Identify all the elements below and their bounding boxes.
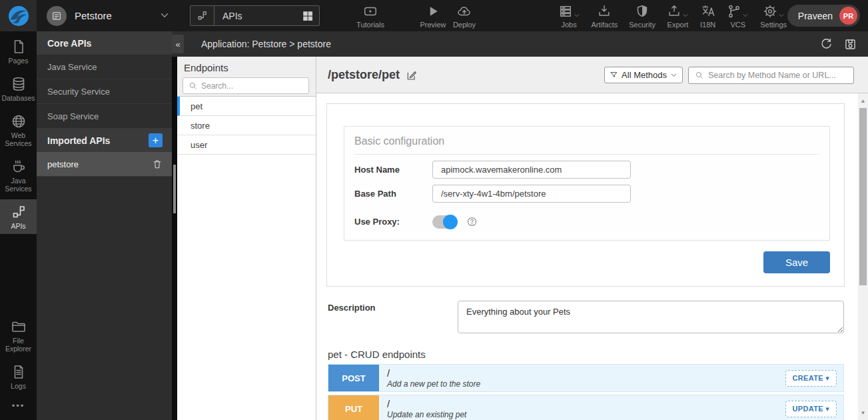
wavemaker-studio: Petstore APIs Tutorials xyxy=(0,0,868,420)
deploy-button[interactable]: Deploy xyxy=(448,4,481,29)
preview-label: Preview xyxy=(420,21,446,29)
main-area: /petstore/pet All Methods xyxy=(316,57,868,420)
endpoint-description: Add a new pet to the store xyxy=(387,379,785,389)
rail-item-logs[interactable]: Logs xyxy=(0,359,37,394)
project-chevron-down-icon[interactable] xyxy=(159,9,171,21)
refresh-button[interactable] xyxy=(819,37,833,51)
settings-button[interactable]: Settings xyxy=(760,4,787,29)
endpoints-search-input[interactable] xyxy=(201,81,288,91)
deploy-label: Deploy xyxy=(453,21,476,29)
host-name-field[interactable] xyxy=(432,161,631,179)
sidebar-item-security-service[interactable]: Security Service xyxy=(37,79,172,104)
sidebar-item-soap-service[interactable]: Soap Service xyxy=(37,104,172,129)
endpoint-item-pet[interactable]: pet xyxy=(177,97,316,116)
host-name-label: Host Name xyxy=(354,165,432,175)
vcs-label: VCS xyxy=(730,21,745,29)
rail-overflow-button[interactable]: ••• xyxy=(0,394,37,420)
crud-section-title: pet - CRUD endpoints xyxy=(328,349,426,360)
vcs-button[interactable]: VCS xyxy=(727,4,749,29)
scroll-down-arrow[interactable]: ▼ xyxy=(858,408,868,417)
rail-item-apis[interactable]: APIs xyxy=(0,199,37,234)
main-scrollbar[interactable]: ▲ ▼ xyxy=(858,93,868,420)
rail-item-web-services[interactable]: Web Services xyxy=(0,109,37,151)
endpoints-search[interactable] xyxy=(183,77,309,94)
user-menu[interactable]: Praveen PR xyxy=(787,5,860,27)
endpoint-row-post[interactable]: POST / Add a new pet to the store CREATE… xyxy=(328,364,844,392)
petstore-label: petstore xyxy=(47,159,79,169)
add-api-button[interactable]: + xyxy=(149,133,163,147)
endpoint-description: Update an existing pet xyxy=(387,410,785,419)
endpoints-title: Endpoints xyxy=(184,62,309,73)
refresh-icon xyxy=(819,37,833,51)
rail-item-file-explorer[interactable]: File Explorer xyxy=(0,314,37,357)
endpoints-panel: Endpoints pet store user xyxy=(177,57,316,420)
imported-apis-header: Imported APIs + xyxy=(37,129,172,152)
rail-label: Logs xyxy=(11,382,26,390)
description-label: Description xyxy=(328,303,376,313)
save-button[interactable]: Save xyxy=(763,251,830,273)
export-upload-icon xyxy=(667,4,681,19)
create-action-button[interactable]: CREATE ▾ xyxy=(785,370,837,387)
tutorials-label: Tutorials xyxy=(356,21,384,29)
update-action-button[interactable]: UPDATE ▾ xyxy=(785,401,837,417)
endpoint-item-store[interactable]: store xyxy=(177,116,316,135)
apis-node-icon xyxy=(11,204,27,220)
endpoint-item-user[interactable]: user xyxy=(177,135,316,155)
toolbar-tools: Jobs Artifacts Security xyxy=(558,4,787,29)
config-card: Basic configuration Host Name Base Path … xyxy=(326,103,845,287)
export-button[interactable]: Export xyxy=(667,4,689,29)
top-bar: Petstore APIs Tutorials xyxy=(0,0,868,31)
save-project-button[interactable] xyxy=(843,37,857,51)
imported-apis-title: Imported APIs xyxy=(47,135,110,146)
preview-button[interactable]: Preview xyxy=(418,4,448,29)
security-label: Security xyxy=(629,21,655,29)
collapse-sidebar-button[interactable]: « xyxy=(172,35,184,53)
jobs-button[interactable]: Jobs xyxy=(558,4,580,29)
rail-item-java-services[interactable]: Java Services xyxy=(0,154,37,197)
rail-item-pages[interactable]: Pages xyxy=(0,34,37,69)
i18n-button[interactable]: I18N xyxy=(700,4,715,29)
base-path-field[interactable] xyxy=(432,185,631,203)
rail-item-databases[interactable]: Databases xyxy=(0,71,37,106)
project-switcher[interactable]: Petstore xyxy=(47,0,112,31)
jobs-label: Jobs xyxy=(561,21,576,29)
methods-filter-select[interactable]: All Methods xyxy=(604,67,683,83)
sidebar-item-java-service[interactable]: Java Service xyxy=(37,55,172,79)
module-selector-label: APIs xyxy=(215,11,302,21)
core-apis-header: Core APIs xyxy=(37,31,172,55)
security-button[interactable]: Security xyxy=(629,4,655,29)
use-proxy-toggle[interactable] xyxy=(432,215,457,229)
sidebar-scrollbar[interactable] xyxy=(172,57,177,420)
artifacts-button[interactable]: Artifacts xyxy=(592,4,618,29)
wave-icon xyxy=(7,5,30,27)
breadcrumb-bar: « Application: Petstore > petstore xyxy=(172,31,868,57)
basic-config-title: Basic configuration xyxy=(354,135,819,155)
coffee-cup-icon xyxy=(11,159,27,175)
toggle-knob xyxy=(443,215,458,229)
security-shield-icon xyxy=(635,4,650,19)
artifacts-label: Artifacts xyxy=(592,21,618,29)
gear-icon xyxy=(763,4,777,19)
description-textarea[interactable]: Everything about your Pets xyxy=(458,301,844,333)
tutorials-button[interactable]: Tutorials xyxy=(350,4,391,29)
edit-path-button[interactable] xyxy=(406,69,418,81)
wavemaker-logo[interactable] xyxy=(0,0,37,31)
project-avatar xyxy=(47,6,67,26)
chevron-down-icon xyxy=(682,12,689,19)
grid-icon[interactable] xyxy=(302,10,314,22)
endpoint-row-put[interactable]: PUT / Update an existing pet UPDATE ▾ xyxy=(328,395,844,420)
user-avatar: PR xyxy=(839,7,857,25)
method-search[interactable] xyxy=(688,67,854,84)
method-search-input[interactable] xyxy=(708,71,841,80)
sidebar-item-petstore[interactable]: petstore xyxy=(37,152,172,177)
rail-label: Web Services xyxy=(0,131,37,147)
sidebar-scrollbar-thumb[interactable] xyxy=(173,165,176,213)
delete-api-icon[interactable] xyxy=(152,159,163,169)
filter-funnel-icon xyxy=(610,71,618,79)
help-icon[interactable] xyxy=(466,216,478,227)
methods-filter-value: All Methods xyxy=(622,70,667,80)
main-content: Basic configuration Host Name Base Path … xyxy=(316,93,858,420)
main-scrollbar-thumb[interactable] xyxy=(859,108,867,285)
scroll-up-arrow[interactable]: ▲ xyxy=(858,96,868,105)
module-selector[interactable]: APIs xyxy=(190,5,320,26)
